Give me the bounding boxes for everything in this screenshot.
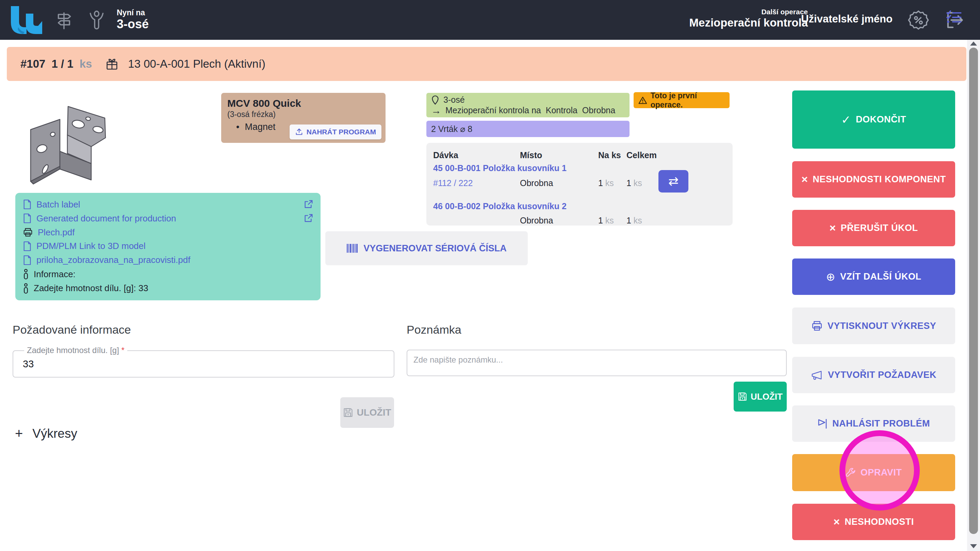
batch-item-link[interactable]: 46 00-B-002 Položka kusovníku 2: [433, 202, 566, 211]
nonconformity-button[interactable]: × NESHODNOSTI: [792, 504, 955, 540]
warning-triangle-icon: [638, 96, 647, 105]
product-title: 13 00-A-001 Plech (Aktivní): [128, 57, 266, 70]
report-problem-label: NAHLÁSIT PROBLÉM: [832, 418, 930, 429]
interrupt-task-button[interactable]: × PŘERUŠIT ÚKOL: [792, 210, 955, 246]
report-problem-button[interactable]: NAHLÁSIT PROBLÉM: [792, 405, 955, 442]
swap-batch-button[interactable]: ⇄: [659, 170, 688, 192]
cross-icon: ×: [833, 516, 840, 528]
machine-name: MCV 800 Quick: [227, 98, 379, 109]
external-link-icon[interactable]: [304, 214, 313, 223]
document-link[interactable]: Generated document for production: [37, 213, 176, 224]
barcode-icon: [347, 243, 359, 253]
document-link[interactable]: Plech.pdf: [38, 227, 75, 238]
batch-total: 1 ks: [627, 178, 642, 188]
document-link[interactable]: PDM/PLM Link to 3D model: [37, 241, 146, 251]
pdf-file-icon: [23, 199, 32, 210]
generate-serials-label: VYGENEROVAT SÉRIOVÁ ČÍSLA: [363, 243, 507, 254]
upload-program-button[interactable]: NAHRÁT PROGRAM: [290, 124, 382, 140]
operation-name: Mezioperační kontrola na: [445, 105, 541, 115]
save-note-label: ULOŽIT: [751, 392, 783, 402]
drawings-label: Výkresy: [32, 427, 77, 441]
arrow-right-icon: →: [431, 105, 441, 116]
scroll-down-arrow[interactable]: [970, 544, 977, 548]
repair-button[interactable]: OPRAVIT: [792, 454, 955, 491]
machine-card: MCV 800 Quick (3-osá frézka) Magnet NAHR…: [221, 93, 385, 143]
document-row: Plech.pdf: [23, 227, 313, 238]
next-operation-value: Mezioperační kontrola: [689, 16, 808, 30]
checklist-icon[interactable]: [946, 10, 962, 25]
document-row: Generated document for production: [23, 213, 313, 224]
finish-label: DOKONČIT: [856, 114, 906, 125]
scrollbar-thumb[interactable]: [969, 48, 978, 534]
first-operation-label: Toto je první operace.: [651, 91, 725, 110]
operation-workplace: 3-osé: [443, 95, 465, 105]
user-menu[interactable]: Uživatelské jméno: [801, 13, 892, 25]
batch-per-piece: 1 ks: [598, 216, 614, 225]
part-image: [21, 97, 113, 192]
batch-per-piece: 1 ks: [598, 178, 614, 188]
wrench-icon: [846, 468, 856, 478]
operation-card: 3-osé → Mezioperační kontrola na Kontrol…: [426, 93, 630, 118]
pdf-file-icon: [23, 255, 32, 265]
task-number: #107: [21, 57, 45, 70]
first-operation-badge: Toto je první operace.: [633, 92, 730, 108]
cross-icon: ×: [801, 173, 808, 186]
batch-item-link[interactable]: 45 00-B-001 Položka kusovníku 1: [433, 163, 566, 173]
batch-place: Obrobna: [520, 178, 553, 188]
percent-seal-icon[interactable]: [908, 10, 929, 30]
note-textarea[interactable]: [407, 350, 786, 375]
task-quantity: 1 / 1: [51, 57, 73, 70]
document-row: Batch label: [23, 199, 313, 210]
document-link[interactable]: priloha_zobrazovana_na_pracovisti.pdf: [37, 255, 190, 265]
tools-badge: 2 Vrták ⌀ 8: [426, 121, 630, 137]
current-workplace-value: 3-osé: [117, 17, 149, 31]
column-header-batch: Dávka: [433, 150, 458, 160]
operation-tag-1: Kontrola: [546, 105, 578, 115]
app-logo-icon[interactable]: [8, 5, 43, 35]
save-note-button[interactable]: ULOŽIT: [733, 382, 787, 411]
task-banner: #107 1 / 1 ks 13 00-A-001 Plech (Aktivní…: [7, 47, 966, 81]
info-icon: [23, 269, 29, 279]
scroll-up-arrow[interactable]: [970, 41, 977, 46]
drawings-expander[interactable]: + Výkresy: [15, 426, 77, 441]
operator-icon[interactable]: [87, 10, 106, 30]
finish-button[interactable]: ✓ DOKONČIT: [792, 91, 955, 149]
take-next-task-button[interactable]: ⊕ VZÍT DALŠÍ ÚKOL: [792, 259, 955, 295]
top-bar: Nyní na 3-osé Další operace Mezioperační…: [0, 0, 980, 40]
note-heading: Poznámka: [407, 323, 461, 337]
component-nonconformity-button[interactable]: × NESHODNOSTI KOMPONENT: [792, 161, 955, 198]
take-next-task-label: VZÍT DALŠÍ ÚKOL: [840, 272, 921, 282]
column-header-total: Celkem: [627, 150, 657, 160]
document-link[interactable]: Batch label: [37, 199, 80, 210]
location-pin-icon: [431, 95, 439, 105]
pdf-file-icon: [23, 213, 32, 224]
print-drawings-button[interactable]: VYTISKNOUT VÝKRESY: [792, 308, 955, 344]
nonconformity-label: NESHODNOSTI: [845, 517, 914, 527]
column-header-per-piece: Na ks: [598, 150, 621, 160]
next-operation: Další operace Mezioperační kontrola: [689, 8, 808, 30]
batch-number-link[interactable]: #112 / 222: [433, 178, 473, 188]
save-required-info-button[interactable]: ULOŽIT: [340, 397, 394, 428]
machine-type: (3-osá frézka): [227, 110, 379, 119]
info-value-row: Zadejte hmotnost dílu. [g]: 33: [23, 283, 313, 294]
documents-card: Batch label Generated document for produ…: [15, 193, 321, 300]
required-info-heading: Požadované informace: [13, 323, 131, 337]
printer-icon: [811, 321, 823, 331]
external-link-icon[interactable]: [304, 200, 313, 209]
check-icon: ✓: [841, 113, 851, 127]
document-row: priloha_zobrazovana_na_pracovisti.pdf: [23, 255, 313, 265]
workplaces-icon[interactable]: [54, 11, 73, 30]
create-request-button[interactable]: VYTVOŘIT POŽADAVEK: [792, 357, 955, 393]
current-workplace: Nyní na 3-osé: [117, 8, 149, 31]
swap-icon: ⇄: [668, 174, 679, 189]
next-operation-label: Další operace: [689, 8, 808, 16]
operation-tag-2: Obrobna: [582, 105, 615, 115]
repair-label: OPRAVIT: [861, 467, 902, 478]
required-asterisk: *: [121, 346, 124, 355]
generate-serials-button[interactable]: VYGENEROVAT SÉRIOVÁ ČÍSLA: [325, 231, 528, 265]
current-workplace-label: Nyní na: [117, 8, 149, 17]
upload-program-label: NAHRÁT PROGRAM: [307, 128, 376, 136]
column-header-place: Místo: [520, 150, 542, 160]
weight-field-label: Zadejte hmotnost dílu. [g] *: [24, 346, 127, 355]
interrupt-task-label: PŘERUŠIT ÚKOL: [841, 223, 918, 233]
